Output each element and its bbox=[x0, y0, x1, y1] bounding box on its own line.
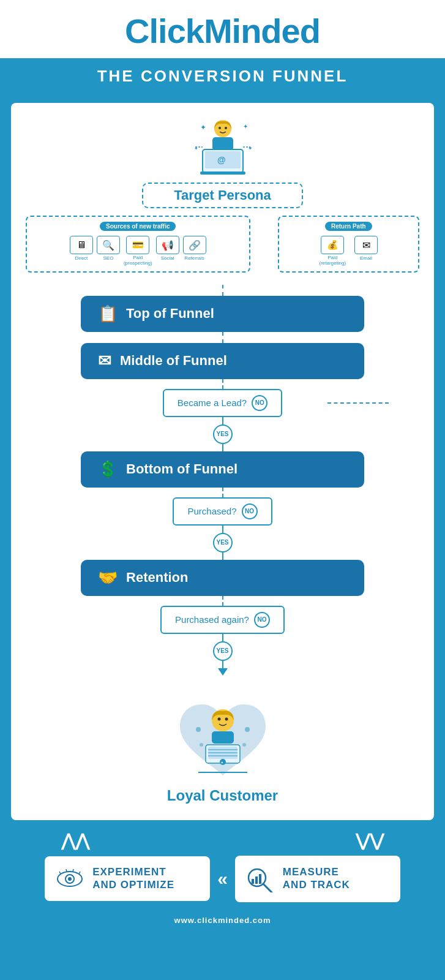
bottom-arrows-row: ⋀⋀ ⋁⋁ bbox=[12, 832, 433, 850]
svg-rect-21 bbox=[212, 731, 234, 744]
svg-line-36 bbox=[79, 872, 80, 874]
purchased-box: Purchased? NO bbox=[173, 497, 272, 526]
magnifier-icon bbox=[245, 865, 275, 892]
connector-yes-2: YES bbox=[213, 526, 233, 560]
double-chevron-left-icon: « bbox=[217, 869, 228, 889]
retention-icon: 🤝 bbox=[98, 568, 118, 587]
svg-rect-11 bbox=[200, 172, 245, 175]
connector-4 bbox=[222, 488, 223, 497]
source-paid: 💳 Paid(prospecting) bbox=[124, 236, 152, 266]
became-lead-row: Became a Lead? NO bbox=[26, 389, 419, 417]
middle-of-funnel-stage: ✉ Middle of Funnel bbox=[81, 343, 364, 379]
brand-title: ClickMinded bbox=[0, 11, 445, 51]
bottom-funnel-label: Bottom of Funnel bbox=[126, 461, 237, 477]
top-funnel-label: Top of Funnel bbox=[126, 306, 214, 322]
svg-line-33 bbox=[59, 872, 61, 874]
traffic-row: Sources of new traffic 🖥 Direct 🔍 SEO 💳 … bbox=[26, 216, 419, 273]
retention-label: Retention bbox=[126, 570, 188, 586]
purchased-again-box: Purchased again? NO bbox=[160, 606, 285, 634]
retention-stage: 🤝 Retention bbox=[81, 560, 364, 596]
svg-point-19 bbox=[217, 717, 220, 720]
svg-point-15 bbox=[245, 727, 250, 732]
source-direct: 🖥 Direct bbox=[70, 236, 93, 261]
purchased-question: Purchased? bbox=[187, 506, 236, 516]
target-persona-section: ✦ ✦ ✦ ✦ @ bbox=[26, 116, 419, 281]
svg-text:✦: ✦ bbox=[248, 145, 253, 151]
svg-rect-40 bbox=[255, 876, 258, 884]
up-chevron-icon: ⋀⋀ bbox=[61, 832, 89, 850]
svg-text:♥: ♥ bbox=[221, 761, 223, 764]
persona-illustration: ✦ ✦ ✦ ✦ @ bbox=[189, 116, 256, 180]
purchased-no-badge: NO bbox=[242, 503, 258, 519]
purchased-row: Purchased? NO bbox=[26, 497, 419, 526]
yes-badge-3: YES bbox=[213, 641, 233, 661]
svg-rect-39 bbox=[252, 879, 254, 884]
purchased-again-no-badge: NO bbox=[254, 612, 270, 628]
connector-5 bbox=[222, 596, 223, 606]
persona-label: Target Persona bbox=[174, 187, 271, 203]
middle-funnel-label: Middle of Funnel bbox=[120, 353, 227, 369]
svg-point-5 bbox=[219, 127, 221, 129]
eye-icon bbox=[54, 867, 85, 891]
funnel-flow: 📋 Top of Funnel ✉ Middle of Funnel Becam… bbox=[26, 285, 419, 804]
svg-point-32 bbox=[68, 877, 72, 881]
top-of-funnel-stage: 📋 Top of Funnel bbox=[81, 296, 364, 332]
source-seo: 🔍 SEO bbox=[97, 236, 120, 261]
middle-funnel-icon: ✉ bbox=[98, 352, 111, 371]
svg-point-6 bbox=[225, 127, 227, 129]
return-path-label: Return Path bbox=[325, 222, 372, 231]
header: ClickMinded bbox=[0, 0, 445, 58]
svg-rect-41 bbox=[259, 874, 261, 884]
connector-yes-1: YES bbox=[213, 417, 233, 451]
svg-point-17 bbox=[242, 743, 246, 747]
became-lead-box: Became a Lead? NO bbox=[163, 389, 282, 417]
no-line-right-1 bbox=[327, 402, 389, 404]
return-path-box: Return Path 💰 Paid(retargeting) ✉ Email bbox=[278, 216, 419, 273]
connector-yes-3: YES bbox=[213, 634, 233, 676]
measure-button[interactable]: MEASUREAND TRACK bbox=[235, 856, 400, 902]
svg-text:✦: ✦ bbox=[243, 123, 248, 130]
sources-icons-row: 🖥 Direct 🔍 SEO 💳 Paid(prospecting) 📢 Soc… bbox=[70, 236, 206, 266]
sources-label: Sources of new traffic bbox=[100, 222, 176, 231]
bottom-of-funnel-stage: 💲 Bottom of Funnel bbox=[81, 451, 364, 488]
bottom-funnel-icon: 💲 bbox=[98, 460, 118, 479]
svg-line-35 bbox=[73, 869, 73, 872]
connector-2 bbox=[222, 332, 223, 343]
return-paid: 💰 Paid(retargeting) bbox=[319, 236, 346, 266]
connector-3 bbox=[222, 379, 223, 389]
return-path-icons-row: 💰 Paid(retargeting) ✉ Email bbox=[319, 236, 378, 266]
svg-text:@: @ bbox=[217, 155, 226, 165]
yes-badge-2: YES bbox=[213, 533, 233, 552]
became-lead-question: Became a Lead? bbox=[178, 398, 247, 408]
website-url: www.clickminded.com bbox=[174, 916, 271, 925]
main-card: ✦ ✦ ✦ ✦ @ bbox=[11, 103, 434, 820]
svg-line-34 bbox=[66, 869, 67, 872]
experiment-label: EXPERIMENTAND OPTIMIZE bbox=[92, 866, 174, 891]
sources-box: Sources of new traffic 🖥 Direct 🔍 SEO 💳 … bbox=[26, 216, 250, 273]
footer: www.clickminded.com bbox=[0, 910, 445, 934]
svg-point-16 bbox=[200, 743, 203, 747]
return-email: ✉ Email bbox=[354, 236, 378, 261]
svg-point-14 bbox=[196, 727, 201, 732]
bottom-section: ⋀⋀ ⋁⋁ EXPERIMENTAND OPTIMIZE « bbox=[0, 826, 445, 910]
persona-box: Target Persona bbox=[142, 183, 303, 208]
source-referrals: 🔗 Referrals bbox=[183, 236, 206, 261]
svg-line-38 bbox=[263, 884, 272, 892]
measure-label: MEASUREAND TRACK bbox=[283, 866, 350, 891]
loyal-customer-section: ♥ Loyal Customer bbox=[162, 680, 284, 804]
yes-badge-1: YES bbox=[213, 424, 233, 444]
connector-1 bbox=[222, 285, 223, 296]
loyal-customer-illustration: ♥ bbox=[162, 680, 284, 785]
purchased-again-question: Purchased again? bbox=[175, 614, 249, 625]
subtitle-banner: THE CONVERSION FUNNEL bbox=[0, 58, 445, 94]
source-social: 📢 Social bbox=[156, 236, 179, 261]
experiment-button[interactable]: EXPERIMENTAND OPTIMIZE bbox=[45, 856, 210, 901]
became-lead-no-badge: NO bbox=[252, 395, 267, 411]
svg-text:✦: ✦ bbox=[200, 123, 206, 132]
svg-point-20 bbox=[225, 717, 228, 720]
purchased-again-row: Purchased again? NO bbox=[26, 606, 419, 634]
subtitle-text: THE CONVERSION FUNNEL bbox=[0, 67, 445, 86]
top-funnel-icon: 📋 bbox=[98, 304, 118, 323]
bottom-buttons-row: EXPERIMENTAND OPTIMIZE « MEASUREAND TRAC… bbox=[12, 856, 433, 910]
loyal-customer-label: Loyal Customer bbox=[167, 787, 278, 804]
